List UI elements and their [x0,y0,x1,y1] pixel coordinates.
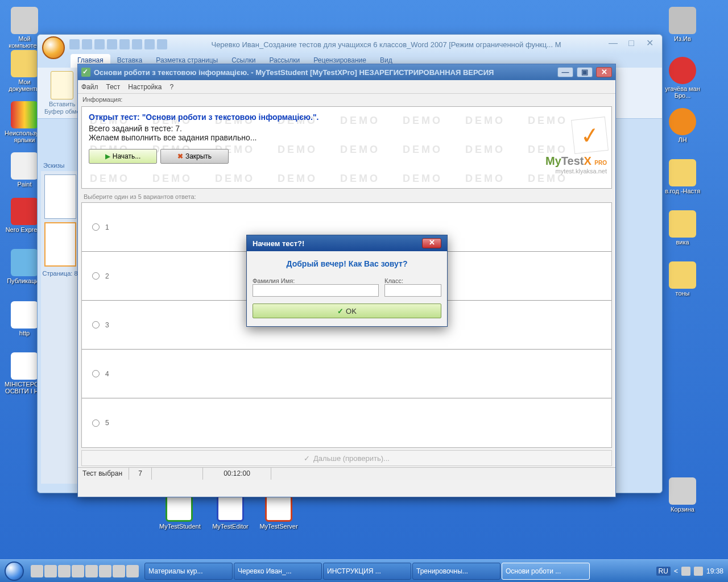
button-label: Начать... [113,152,141,160]
mytest-editor-icon [217,494,244,522]
desktop-icon-label: Мой компьютер [9,35,40,49]
qat-font-icon[interactable] [144,39,155,49]
next-button[interactable]: ✓Дальше (проверить)... [81,450,612,466]
start-test-button[interactable]: ▶Начать... [89,149,157,164]
name-field-group: Фамилия Имя: [253,277,379,297]
ql-word-icon[interactable] [85,565,98,577]
word-titlebar[interactable]: Черевко Иван_Создание тестов для учащихс… [38,35,662,54]
mytest-window-controls: — ▣ ✕ [557,67,612,77]
qat-preview-icon[interactable] [119,39,130,49]
desktop-icon[interactable]: Из.Ив [663,7,702,42]
start-button[interactable] [0,560,28,583]
checkmark-icon: ✓ [571,117,609,154]
dialog-titlebar[interactable]: Начнем тест?! ✕ [247,235,447,251]
desktop-icon[interactable]: Корзина [663,477,702,513]
tray-expand-icon[interactable]: < [674,567,678,575]
word-title: Черевко Иван_Создание тестов для учащихс… [167,40,605,49]
taskbar-button[interactable]: Черевко Иван_... [234,563,322,580]
ql-app-icon[interactable] [113,565,125,577]
ql-chrome-icon[interactable] [99,565,111,577]
menu-test[interactable]: Тест [106,83,121,91]
desktop-icon[interactable]: угачёва ман Бро... [663,57,702,99]
tray-icon[interactable] [681,567,690,576]
ql-show-desktop-icon[interactable] [126,565,139,577]
maximize-button[interactable]: □ [623,39,639,49]
desktop-icon-label: http [19,330,30,336]
start-test-dialog: Начнем тест?! ✕ Добрый вечер! Как Вас зо… [246,235,448,327]
desktop-icon[interactable]: MyTestServer [259,494,299,530]
menu-file[interactable]: Файл [81,83,98,91]
taskbar-button[interactable]: Материалы кур... [144,563,233,580]
button-label: OK [346,307,357,315]
option-label: 4 [105,370,109,378]
qat-undo-icon[interactable] [82,39,92,49]
mytest-title: Основи роботи з текстовою інформацією. -… [94,68,557,77]
taskbar-button[interactable]: Тренировочны... [412,563,500,580]
name-input[interactable] [253,284,379,297]
language-indicator[interactable]: RU [656,567,671,576]
clipboard-label: Буфер обме [44,108,80,115]
page-thumbnail[interactable] [44,174,76,219]
paste-button[interactable] [51,71,73,99]
info-section-label: Информация: [78,94,615,105]
quick-access-toolbar [69,39,167,49]
class-input[interactable] [384,284,441,297]
radio-icon [92,272,100,280]
info-title: Открыт тест: "Основи роботи з текстовою … [89,113,605,122]
dialog-close-button[interactable]: ✕ [422,238,441,248]
qat-redo-icon[interactable] [94,39,105,49]
qat-save-icon[interactable] [69,39,80,49]
radio-icon [92,223,100,231]
close-button[interactable]: ✕ [642,39,657,49]
desktop-icon[interactable]: MyTestEditor [210,494,250,530]
taskbar-button[interactable]: ИНСТРУКЦИЯ ... [323,563,411,580]
menu-settings[interactable]: Настройка [128,83,162,91]
qat-spelling-icon[interactable] [157,39,167,49]
check-icon: ✓ [304,454,310,463]
desktop-icon-label: тоны [675,290,689,297]
doc-icon [11,352,38,380]
desktop-icon-label: Мои документы [9,78,40,92]
desktop-icon[interactable]: MyTestStudent [159,494,199,530]
minimize-button[interactable]: — [605,39,621,49]
option-label: 5 [105,419,109,427]
menu-help[interactable]: ? [169,83,173,91]
desktop-icon[interactable]: ЛН [663,108,702,143]
ql-app-icon[interactable] [58,565,71,577]
taskbar-button-label: Черевко Иван_... [238,567,292,575]
clock[interactable]: 19:38 [706,567,723,575]
check-icon: ✓ [337,307,344,315]
ql-ie-icon[interactable] [72,565,84,577]
desktop-icon-label: MyTestEditor [212,523,249,530]
folder-icon [669,261,696,289]
desktop-icon[interactable]: тоны [663,261,702,297]
answer-option[interactable]: 5 [82,398,611,447]
mytest-titlebar[interactable]: Основи роботи з текстовою інформацією. -… [78,64,615,80]
taskbar-button-label: Тренировочны... [416,567,468,575]
answer-option[interactable]: 4 [82,350,611,398]
desktop-icon-label: Из.Ив [674,35,691,42]
status-label: Тест выбран [78,468,129,480]
ok-button[interactable]: ✓OK [253,304,441,318]
office-button[interactable] [42,36,65,59]
system-tray: RU < 19:38 [652,567,728,576]
tray-icon[interactable] [694,567,703,576]
qat-table-icon[interactable] [132,39,142,49]
taskbar-button[interactable]: Основи роботи ... [502,563,590,580]
close-button[interactable]: ✕ [596,67,612,77]
desktop-icon[interactable]: в.год -Настя [663,159,702,194]
desktop-icon-label: ЛН [678,136,686,143]
page-thumbnail[interactable] [44,222,76,267]
maximize-button[interactable]: ▣ [577,67,593,77]
desktop-icon[interactable]: вика [663,210,702,246]
ql-firefox-icon[interactable] [31,565,43,577]
minimize-button[interactable]: — [557,67,573,77]
thumbnails-panel: Эскизы Страница: 8 [41,160,80,484]
folder-icon [669,159,696,186]
close-test-button[interactable]: ✖Закрыть [160,149,229,164]
qat-print-icon[interactable] [107,39,117,49]
info-line: Желаем выполнить все задания правильно..… [89,133,605,142]
ql-opera-icon[interactable] [44,565,57,577]
windows-orb-icon [5,562,24,581]
radio-icon [92,370,100,377]
